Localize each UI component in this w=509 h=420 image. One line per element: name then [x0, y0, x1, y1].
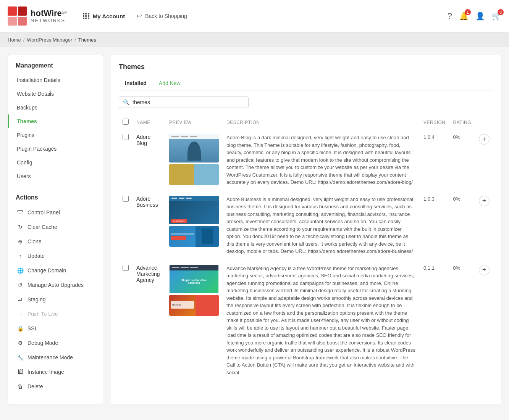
add-theme-button-advance-marketing[interactable]: +: [479, 265, 490, 275]
table-row: Advance Marketing Agency Simple and Intu…: [119, 260, 493, 381]
cart-badge: 0: [498, 9, 504, 15]
theme-version-cell-adore-business: 1.0.3: [420, 191, 449, 260]
sidebar-item-backups[interactable]: Backups: [8, 101, 103, 114]
sidebar-label-debug-mode: Debug Mode: [27, 340, 58, 346]
sidebar-item-plugins[interactable]: Plugins: [8, 128, 103, 142]
sidebar-label-instance-image: Instance Image: [27, 369, 64, 375]
theme-checkbox-adore-business[interactable]: [123, 196, 129, 202]
sidebar-item-installation-details[interactable]: Installation Details: [8, 73, 103, 87]
theme-name-advance-marketing: Advance Marketing Agency: [136, 265, 160, 283]
preview-img-top-advance-marketing: Simple and IntuitiveSolutions: [169, 265, 219, 293]
theme-checkbox-advance-marketing[interactable]: [123, 265, 129, 271]
sidebar-label-website-details: Website Details: [17, 91, 54, 97]
theme-rating-adore-blog: 0%: [453, 134, 461, 140]
trash-icon: 🗑: [17, 383, 24, 390]
theme-action-cell-advance-marketing: +: [475, 260, 493, 381]
auto-upgrades-icon: ↺: [17, 282, 24, 288]
theme-action-cell-adore-business: +: [475, 191, 493, 260]
header-right: ? 🔔 1 👤 🛒 0: [448, 11, 501, 21]
push-icon: →: [17, 311, 24, 317]
add-theme-button-adore-blog[interactable]: +: [479, 134, 490, 145]
search-icon: 🔍: [123, 99, 129, 105]
logo-icon: [8, 6, 27, 26]
sidebar-label-update: Update: [27, 253, 45, 259]
preview-img-top-adore-blog: [169, 134, 219, 163]
sidebar-item-clone[interactable]: ⊕ Clone: [8, 234, 103, 249]
sidebar-item-staging[interactable]: ⇄ Staging: [8, 292, 103, 307]
theme-rating-cell-advance-marketing: 0%: [449, 260, 475, 381]
theme-description-advance-marketing: Advance Marketing Agency is a free WordP…: [226, 265, 416, 377]
clone-icon: ⊕: [17, 238, 24, 245]
account-button[interactable]: 👤: [475, 11, 485, 21]
sidebar-item-config[interactable]: Config: [8, 156, 103, 169]
theme-name-cell-adore-blog: Adore Blog: [133, 129, 165, 191]
sidebar-item-control-panel[interactable]: 🛡 Control Panel: [8, 205, 103, 220]
search-input[interactable]: [133, 99, 244, 105]
sidebar-item-themes[interactable]: Themes: [8, 114, 103, 128]
image-icon: 🖼: [17, 369, 24, 375]
shield-icon: 🛡: [17, 209, 24, 216]
col-name-header: NAME: [133, 116, 165, 129]
theme-name-adore-blog: Adore Blog: [136, 134, 150, 146]
add-theme-button-adore-business[interactable]: +: [479, 196, 490, 206]
logo-area: hotWireSM NETWORKS: [8, 6, 68, 26]
my-account-label: My Account: [93, 13, 125, 19]
tabs: Installed Add New: [119, 77, 493, 90]
theme-desc-cell-adore-blog: Adore Blog is a dark minimal designed, v…: [223, 129, 420, 191]
sidebar-label-users: Users: [17, 173, 31, 179]
back-arrow-icon: ↩: [136, 12, 142, 20]
sidebar-item-instance-image[interactable]: 🖼 Instance Image: [8, 365, 103, 379]
theme-name-adore-business: Adore Business: [136, 196, 158, 208]
sidebar-item-users[interactable]: Users: [8, 169, 103, 183]
theme-checkbox-adore-blog[interactable]: [123, 134, 129, 140]
lock-icon: 🔒: [17, 325, 24, 332]
row-select-cell: [119, 260, 133, 381]
sidebar-item-change-domain[interactable]: 🌐 Change Domain: [8, 263, 103, 278]
select-all-checkbox[interactable]: [123, 119, 129, 125]
sidebar-item-delete[interactable]: 🗑 Delete: [8, 379, 103, 394]
themes-table: NAME PREVIEW DESCRIPTION VERSION RATING …: [119, 116, 493, 381]
theme-version-cell-adore-blog: 1.0.4: [420, 129, 449, 191]
theme-version-cell-advance-marketing: 0.1.1: [420, 260, 449, 381]
sidebar-item-manage-auto-upgrades[interactable]: ↺ Manage Auto Upgrades: [8, 278, 103, 292]
sidebar-item-ssl[interactable]: 🔒 SSL: [8, 321, 103, 336]
table-row: Adore Blog: [119, 129, 493, 191]
sidebar-label-manage-auto-upgrades: Manage Auto Upgrades: [27, 282, 84, 288]
tab-add-new[interactable]: Add New: [153, 77, 187, 90]
tab-installed[interactable]: Installed: [119, 77, 153, 90]
staging-icon: ⇄: [17, 296, 24, 303]
help-button[interactable]: ?: [448, 11, 452, 21]
content-area: Themes Installed Add New 🔍 NAME: [111, 55, 501, 404]
notifications-button[interactable]: 🔔 1: [459, 11, 469, 21]
preview-img-bottom-adore-business: [169, 226, 219, 247]
theme-rating-advance-marketing: 0%: [453, 265, 461, 271]
grid-icon: [83, 13, 90, 19]
sidebar-item-push-to-live: → Push To Live: [8, 307, 103, 321]
cart-button[interactable]: 🛒 0: [492, 11, 501, 21]
col-preview-header: PREVIEW: [165, 116, 223, 129]
header: hotWireSM NETWORKS My Account ↩ Back to …: [0, 0, 509, 32]
my-account-button[interactable]: My Account: [79, 11, 129, 22]
theme-version-adore-blog: 1.0.4: [423, 134, 435, 140]
sidebar-label-themes: Themes: [17, 118, 37, 124]
theme-action-cell-adore-blog: +: [475, 129, 493, 191]
breadcrumb-home[interactable]: Home: [8, 37, 21, 43]
table-row: Adore Business Learn More: [119, 191, 493, 260]
page-title: Themes: [119, 63, 493, 71]
sidebar-item-debug-mode[interactable]: ⚙ Debug Mode: [8, 336, 103, 350]
sidebar-label-plugins: Plugins: [17, 132, 34, 138]
sidebar-item-maintenance-mode[interactable]: 🔧 Maintenance Mode: [8, 350, 103, 365]
col-description-header: DESCRIPTION: [223, 116, 420, 129]
theme-name-cell-adore-business: Adore Business: [133, 191, 165, 260]
sidebar-item-plugin-packages[interactable]: Plugin Packages: [8, 142, 103, 156]
sidebar-item-clear-cache[interactable]: ↻ Clear Cache: [8, 220, 103, 234]
sidebar-item-update[interactable]: ↑ Update: [8, 249, 103, 263]
wrench-icon: 🔧: [17, 354, 24, 361]
back-to-shopping-button[interactable]: ↩ Back to Shopping: [136, 12, 187, 20]
breadcrumb-wordpress-manager[interactable]: WordPress Manager: [27, 37, 72, 43]
sidebar-item-website-details[interactable]: Website Details: [8, 87, 103, 101]
theme-preview-cell-adore-blog: [165, 129, 223, 191]
col-action-header: [475, 116, 493, 129]
theme-version-adore-business: 1.0.3: [423, 196, 435, 202]
sidebar-label-push-to-live: Push To Live: [27, 311, 58, 317]
